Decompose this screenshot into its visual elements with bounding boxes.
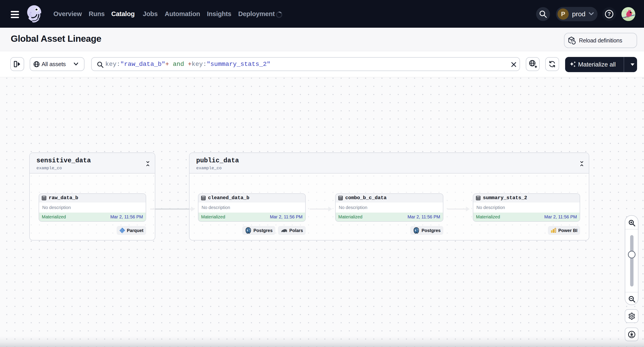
svg-text:?: ? (608, 11, 611, 17)
